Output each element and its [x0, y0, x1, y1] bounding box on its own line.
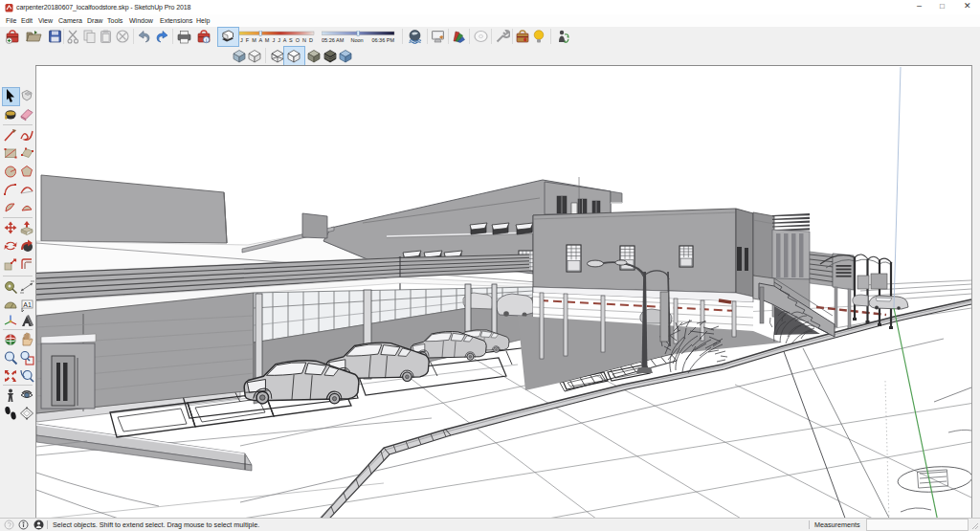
svg-text:05:26 AM: 05:26 AM — [322, 37, 345, 43]
svg-text:Noon: Noon — [350, 37, 363, 43]
svg-text:A1: A1 — [23, 301, 32, 308]
svg-text:06:36 PM: 06:36 PM — [371, 37, 394, 43]
svg-text:J F M A M J J A S O N D: J F M A M J J A S O N D — [240, 37, 313, 43]
